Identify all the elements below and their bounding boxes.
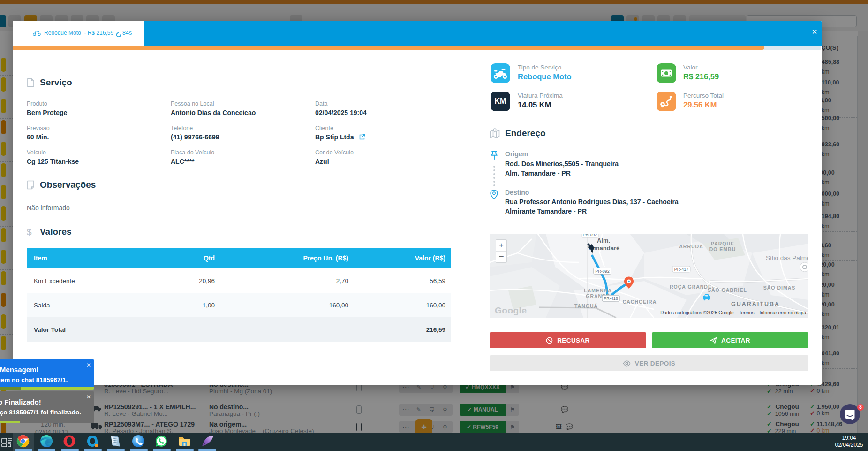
svg-text:PR-092: PR-092 bbox=[583, 234, 597, 237]
svg-text:PR-418: PR-418 bbox=[604, 296, 618, 301]
svg-text:PARQUE: PARQUE bbox=[711, 241, 734, 246]
svg-text:ARRUDA: ARRUDA bbox=[679, 244, 703, 249]
svg-text:DO EMBU: DO EMBU bbox=[709, 246, 736, 252]
svg-text:ROÇA GRANDE: ROÇA GRANDE bbox=[670, 284, 712, 290]
svg-text:TANGUÁ: TANGUÁ bbox=[574, 303, 598, 309]
svg-text:GUARAITUBA: GUARAITUBA bbox=[731, 301, 780, 307]
svg-text:Alm.: Alm. bbox=[597, 237, 610, 244]
svg-text:SÃO GABRIEL: SÃO GABRIEL bbox=[708, 287, 747, 293]
svg-text:PR-092: PR-092 bbox=[595, 269, 610, 274]
svg-text:CACHOEIRA: CACHOEIRA bbox=[623, 299, 657, 305]
svg-text:SÃO DIMAS: SÃO DIMAS bbox=[763, 285, 796, 290]
svg-text:PR-417: PR-417 bbox=[674, 267, 689, 272]
svg-text:Sítio das Palmei: Sítio das Palmei bbox=[766, 254, 808, 261]
svg-text:LAMENHA: LAMENHA bbox=[584, 288, 612, 293]
